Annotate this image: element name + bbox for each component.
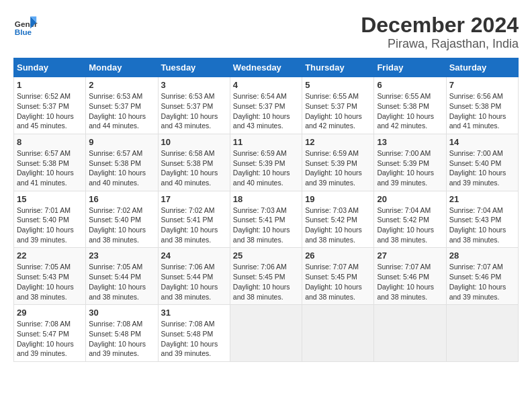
day-info: Sunrise: 6:53 AMSunset: 5:37 PMDaylight:… xyxy=(89,91,154,131)
calendar-cell: 31Sunrise: 7:08 AMSunset: 5:48 PMDayligh… xyxy=(158,305,230,362)
calendar-cell xyxy=(374,305,446,362)
calendar-cell: 21Sunrise: 7:04 AMSunset: 5:43 PMDayligh… xyxy=(446,191,518,248)
day-info: Sunrise: 7:04 AMSunset: 5:43 PMDaylight:… xyxy=(449,205,515,245)
day-info: Sunrise: 7:07 AMSunset: 5:46 PMDaylight:… xyxy=(377,262,443,302)
day-info: Sunrise: 7:03 AMSunset: 5:41 PMDaylight:… xyxy=(233,205,299,245)
day-info: Sunrise: 7:08 AMSunset: 5:48 PMDaylight:… xyxy=(161,319,227,359)
day-number: 5 xyxy=(305,80,371,90)
day-number: 19 xyxy=(305,194,371,204)
header-wednesday: Wednesday xyxy=(230,58,302,77)
calendar-cell: 4Sunrise: 6:54 AMSunset: 5:37 PMDaylight… xyxy=(230,77,302,134)
week-row-2: 8Sunrise: 6:57 AMSunset: 5:38 PMDaylight… xyxy=(14,134,519,191)
day-number: 27 xyxy=(377,250,443,261)
day-number: 2 xyxy=(89,80,154,90)
calendar-cell: 1Sunrise: 6:52 AMSunset: 5:37 PMDaylight… xyxy=(14,77,86,134)
day-number: 31 xyxy=(161,308,227,318)
calendar-cell: 5Sunrise: 6:55 AMSunset: 5:37 PMDaylight… xyxy=(302,77,374,134)
header-tuesday: Tuesday xyxy=(158,58,230,77)
calendar-cell: 23Sunrise: 7:05 AMSunset: 5:44 PMDayligh… xyxy=(86,248,158,305)
calendar-cell: 15Sunrise: 7:01 AMSunset: 5:40 PMDayligh… xyxy=(14,191,86,248)
day-info: Sunrise: 6:57 AMSunset: 5:38 PMDaylight:… xyxy=(89,148,154,188)
calendar-header-row: SundayMondayTuesdayWednesdayThursdayFrid… xyxy=(14,58,519,77)
page-title: December 2024 xyxy=(361,13,519,37)
calendar-cell: 26Sunrise: 7:07 AMSunset: 5:45 PMDayligh… xyxy=(302,248,374,305)
day-info: Sunrise: 6:59 AMSunset: 5:39 PMDaylight:… xyxy=(305,148,371,188)
day-info: Sunrise: 6:57 AMSunset: 5:38 PMDaylight:… xyxy=(17,148,83,188)
header-thursday: Thursday xyxy=(302,58,374,77)
day-info: Sunrise: 7:06 AMSunset: 5:44 PMDaylight:… xyxy=(161,262,227,302)
day-number: 18 xyxy=(233,194,299,204)
day-number: 28 xyxy=(449,250,515,261)
day-info: Sunrise: 7:04 AMSunset: 5:42 PMDaylight:… xyxy=(377,205,443,245)
day-info: Sunrise: 7:00 AMSunset: 5:40 PMDaylight:… xyxy=(449,148,515,188)
day-number: 29 xyxy=(17,308,83,318)
week-row-3: 15Sunrise: 7:01 AMSunset: 5:40 PMDayligh… xyxy=(14,191,519,248)
day-info: Sunrise: 6:55 AMSunset: 5:37 PMDaylight:… xyxy=(305,91,371,131)
day-info: Sunrise: 7:07 AMSunset: 5:46 PMDaylight:… xyxy=(449,262,515,302)
week-row-4: 22Sunrise: 7:05 AMSunset: 5:43 PMDayligh… xyxy=(14,248,519,305)
calendar-cell: 10Sunrise: 6:58 AMSunset: 5:38 PMDayligh… xyxy=(158,134,230,191)
day-number: 14 xyxy=(449,137,515,147)
title-block: December 2024 Pirawa, Rajasthan, India xyxy=(361,13,519,51)
day-info: Sunrise: 6:52 AMSunset: 5:37 PMDaylight:… xyxy=(17,91,83,131)
day-info: Sunrise: 7:05 AMSunset: 5:44 PMDaylight:… xyxy=(89,262,154,302)
page-subtitle: Pirawa, Rajasthan, India xyxy=(361,37,519,51)
calendar-cell: 20Sunrise: 7:04 AMSunset: 5:42 PMDayligh… xyxy=(374,191,446,248)
logo-icon: General Blue xyxy=(13,13,38,38)
day-info: Sunrise: 7:01 AMSunset: 5:40 PMDaylight:… xyxy=(17,205,83,245)
day-number: 7 xyxy=(449,80,515,90)
day-number: 11 xyxy=(233,137,299,147)
calendar-cell: 9Sunrise: 6:57 AMSunset: 5:38 PMDaylight… xyxy=(86,134,158,191)
day-info: Sunrise: 7:02 AMSunset: 5:40 PMDaylight:… xyxy=(89,205,154,245)
calendar-cell: 18Sunrise: 7:03 AMSunset: 5:41 PMDayligh… xyxy=(230,191,302,248)
week-row-1: 1Sunrise: 6:52 AMSunset: 5:37 PMDaylight… xyxy=(14,77,519,134)
logo: General Blue xyxy=(13,13,38,38)
calendar-cell: 19Sunrise: 7:03 AMSunset: 5:42 PMDayligh… xyxy=(302,191,374,248)
calendar-cell: 25Sunrise: 7:06 AMSunset: 5:45 PMDayligh… xyxy=(230,248,302,305)
day-info: Sunrise: 7:06 AMSunset: 5:45 PMDaylight:… xyxy=(233,262,299,302)
calendar-cell: 29Sunrise: 7:08 AMSunset: 5:47 PMDayligh… xyxy=(14,305,86,362)
day-number: 1 xyxy=(17,80,83,90)
calendar-cell: 14Sunrise: 7:00 AMSunset: 5:40 PMDayligh… xyxy=(446,134,518,191)
page-header: General Blue December 2024 Pirawa, Rajas… xyxy=(13,13,519,51)
day-info: Sunrise: 7:00 AMSunset: 5:39 PMDaylight:… xyxy=(377,148,443,188)
calendar-cell: 22Sunrise: 7:05 AMSunset: 5:43 PMDayligh… xyxy=(14,248,86,305)
header-friday: Friday xyxy=(374,58,446,77)
calendar-cell: 13Sunrise: 7:00 AMSunset: 5:39 PMDayligh… xyxy=(374,134,446,191)
day-number: 21 xyxy=(449,194,515,204)
day-number: 23 xyxy=(89,250,154,261)
day-number: 30 xyxy=(89,308,154,318)
calendar-cell: 17Sunrise: 7:02 AMSunset: 5:41 PMDayligh… xyxy=(158,191,230,248)
calendar-cell: 30Sunrise: 7:08 AMSunset: 5:48 PMDayligh… xyxy=(86,305,158,362)
calendar-cell xyxy=(446,305,518,362)
calendar-cell: 24Sunrise: 7:06 AMSunset: 5:44 PMDayligh… xyxy=(158,248,230,305)
day-number: 25 xyxy=(233,250,299,261)
calendar-cell: 3Sunrise: 6:53 AMSunset: 5:37 PMDaylight… xyxy=(158,77,230,134)
header-monday: Monday xyxy=(86,58,158,77)
header-sunday: Sunday xyxy=(14,58,86,77)
day-number: 9 xyxy=(89,137,154,147)
week-row-5: 29Sunrise: 7:08 AMSunset: 5:47 PMDayligh… xyxy=(14,305,519,362)
day-info: Sunrise: 7:08 AMSunset: 5:48 PMDaylight:… xyxy=(89,319,154,359)
calendar-cell: 12Sunrise: 6:59 AMSunset: 5:39 PMDayligh… xyxy=(302,134,374,191)
day-number: 3 xyxy=(161,80,227,90)
day-number: 15 xyxy=(17,194,83,204)
day-number: 26 xyxy=(305,250,371,261)
day-info: Sunrise: 7:02 AMSunset: 5:41 PMDaylight:… xyxy=(161,205,227,245)
calendar-cell: 2Sunrise: 6:53 AMSunset: 5:37 PMDaylight… xyxy=(86,77,158,134)
day-number: 12 xyxy=(305,137,371,147)
day-info: Sunrise: 6:54 AMSunset: 5:37 PMDaylight:… xyxy=(233,91,299,131)
day-number: 4 xyxy=(233,80,299,90)
day-number: 17 xyxy=(161,194,227,204)
day-info: Sunrise: 6:58 AMSunset: 5:38 PMDaylight:… xyxy=(161,148,227,188)
day-info: Sunrise: 6:55 AMSunset: 5:38 PMDaylight:… xyxy=(377,91,443,131)
day-number: 13 xyxy=(377,137,443,147)
day-info: Sunrise: 6:56 AMSunset: 5:38 PMDaylight:… xyxy=(449,91,515,131)
header-saturday: Saturday xyxy=(446,58,518,77)
calendar-cell: 8Sunrise: 6:57 AMSunset: 5:38 PMDaylight… xyxy=(14,134,86,191)
day-info: Sunrise: 7:07 AMSunset: 5:45 PMDaylight:… xyxy=(305,262,371,302)
calendar-cell: 27Sunrise: 7:07 AMSunset: 5:46 PMDayligh… xyxy=(374,248,446,305)
calendar-cell xyxy=(230,305,302,362)
calendar-cell: 11Sunrise: 6:59 AMSunset: 5:39 PMDayligh… xyxy=(230,134,302,191)
calendar-cell: 7Sunrise: 6:56 AMSunset: 5:38 PMDaylight… xyxy=(446,77,518,134)
